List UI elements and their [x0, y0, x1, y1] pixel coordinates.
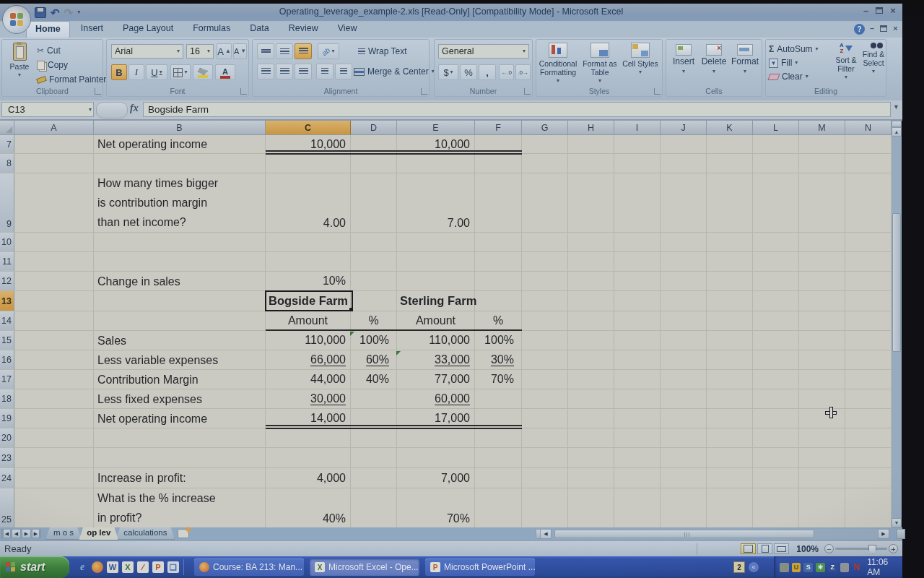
tab-insert[interactable]: Insert [72, 21, 112, 38]
cell-E12[interactable] [397, 272, 475, 290]
cell-A14[interactable] [14, 311, 94, 330]
cell-C15[interactable]: 110,000 [266, 331, 351, 350]
cell-D19[interactable] [351, 409, 397, 428]
cell-B14[interactable] [94, 311, 266, 330]
hide-icons-chevron-icon[interactable]: « [749, 562, 759, 572]
cell-B24[interactable]: Increase in profit: [94, 468, 266, 488]
cells-G17-N17[interactable] [522, 370, 892, 389]
cells-G9-N9[interactable] [522, 173, 892, 232]
cell-E24[interactable]: 7,000 [397, 468, 475, 488]
cell-D10[interactable] [351, 233, 397, 251]
column-header-b[interactable]: B [94, 121, 266, 135]
cell-D7[interactable] [351, 135, 397, 153]
cell-A11[interactable] [14, 252, 94, 271]
cell-E17[interactable]: 77,000 [397, 370, 475, 389]
align-bottom-button[interactable] [295, 43, 312, 59]
column-header-c[interactable]: C [266, 121, 351, 135]
help-button[interactable]: ? [854, 24, 865, 35]
cell-C20[interactable] [266, 428, 351, 447]
clipboard-dialog-launcher[interactable] [95, 88, 101, 95]
cell-F13[interactable] [475, 291, 522, 311]
cell-F17[interactable]: 70% [475, 370, 522, 389]
column-header-j[interactable]: J [661, 121, 707, 135]
cell-A25[interactable] [14, 488, 94, 527]
underline-button[interactable]: U▾ [146, 64, 167, 80]
cell-B18[interactable]: Less fixed expenses [94, 389, 266, 408]
horizontal-scroll-track[interactable] [553, 529, 878, 539]
cell-F8[interactable] [475, 154, 522, 173]
italic-button[interactable]: I [128, 64, 144, 80]
bold-button[interactable]: B [111, 64, 127, 80]
cell-E14[interactable]: Amount [397, 311, 475, 330]
cells-G7-N7[interactable] [522, 135, 892, 153]
select-all-corner[interactable] [0, 121, 14, 135]
cell-E9[interactable]: 7.00 [397, 173, 475, 232]
align-center-button[interactable] [276, 64, 293, 79]
conditional-formatting-button[interactable]: Conditional Formatting ▾ [538, 43, 578, 84]
cut-button[interactable]: ✂ Cut [37, 46, 61, 56]
font-size-combo[interactable]: 16▾ [186, 44, 214, 59]
cell-C14[interactable]: Amount [266, 311, 351, 330]
row-header-10[interactable]: 10 [0, 233, 14, 251]
row-header-9[interactable]: 9 [0, 173, 14, 232]
task-powerpoint[interactable]: P Microsoft PowerPoint ... [425, 558, 535, 576]
column-header-d[interactable]: D [351, 121, 397, 135]
hscroll-resize-handle[interactable] [897, 529, 905, 539]
cell-A13[interactable] [14, 291, 94, 311]
cell-F15[interactable]: 100% [475, 331, 522, 350]
vertical-split-handle[interactable] [892, 121, 902, 127]
cell-A17[interactable] [14, 370, 94, 389]
cell-E18[interactable]: 60,000 [397, 389, 475, 408]
row-header-8[interactable]: 8 [0, 154, 14, 173]
workbook-close-button[interactable]: × [893, 25, 897, 33]
cell-F11[interactable] [475, 252, 522, 271]
insert-function-icon[interactable]: fx [130, 103, 139, 114]
grow-font-button[interactable]: A▲ [217, 43, 232, 59]
sheet-tab-op-lev[interactable]: op lev [79, 527, 118, 540]
cell-E13[interactable]: Sterling Farm [397, 291, 475, 311]
column-header-i[interactable]: I [614, 121, 661, 135]
format-cells-button[interactable]: Format ▾ [730, 44, 760, 74]
cell-D24[interactable] [351, 468, 397, 488]
row-header-15[interactable]: 15 [0, 331, 14, 350]
explorer-icon[interactable]: ❏ [167, 561, 179, 573]
cell-F10[interactable] [475, 233, 522, 251]
cell-C13-selected[interactable]: Bogside Farm [266, 291, 351, 311]
align-top-button[interactable] [257, 43, 274, 59]
tray-icon-1[interactable] [780, 563, 789, 572]
cell-E11[interactable] [397, 252, 475, 271]
merge-center-button[interactable]: Merge & Center ▾ [354, 66, 435, 77]
tray-n-icon[interactable]: N [852, 563, 861, 572]
format-as-table-button[interactable]: Format as Table ▾ [581, 43, 619, 84]
close-button[interactable]: × [890, 6, 896, 15]
tray-shield-icon[interactable]: U [792, 563, 801, 572]
cell-B16[interactable]: Less variable expenses [94, 350, 266, 369]
insert-cells-button[interactable]: Insert ▾ [669, 44, 698, 74]
row-header-25[interactable]: 25 [0, 488, 14, 527]
cell-C12[interactable]: 10% [266, 272, 351, 290]
cell-C17[interactable]: 44,000 [266, 370, 351, 389]
column-header-f[interactable]: F [475, 121, 522, 135]
cell-A16[interactable] [14, 350, 94, 369]
column-header-e[interactable]: E [397, 121, 475, 135]
cell-F23[interactable] [475, 448, 522, 467]
cell-D25[interactable] [351, 488, 397, 527]
cell-A20[interactable] [14, 428, 94, 447]
cell-F25[interactable] [475, 488, 522, 527]
orientation-button[interactable]: ab▾ [318, 43, 339, 59]
language-badge[interactable]: 2 [733, 561, 745, 573]
accounting-format-button[interactable]: $▾ [438, 64, 458, 80]
cells-G15-N15[interactable] [522, 331, 892, 350]
decrease-indent-button[interactable] [316, 64, 334, 79]
cells-G23-N23[interactable] [522, 448, 892, 467]
sort-filter-button[interactable]: AZ Sort & Filter ▾ [832, 43, 860, 80]
cell-F19[interactable] [475, 409, 522, 428]
cell-F18[interactable] [475, 389, 522, 408]
cell-E23[interactable] [397, 448, 475, 467]
name-box[interactable]: C13 ▾ [1, 102, 94, 117]
row-header-14[interactable]: 14 [0, 311, 14, 330]
cell-C23[interactable] [266, 448, 351, 467]
row-header-19[interactable]: 19 [0, 409, 14, 428]
cell-E19[interactable]: 17,000 [397, 409, 475, 428]
row-header-23[interactable]: 23 [0, 448, 14, 467]
